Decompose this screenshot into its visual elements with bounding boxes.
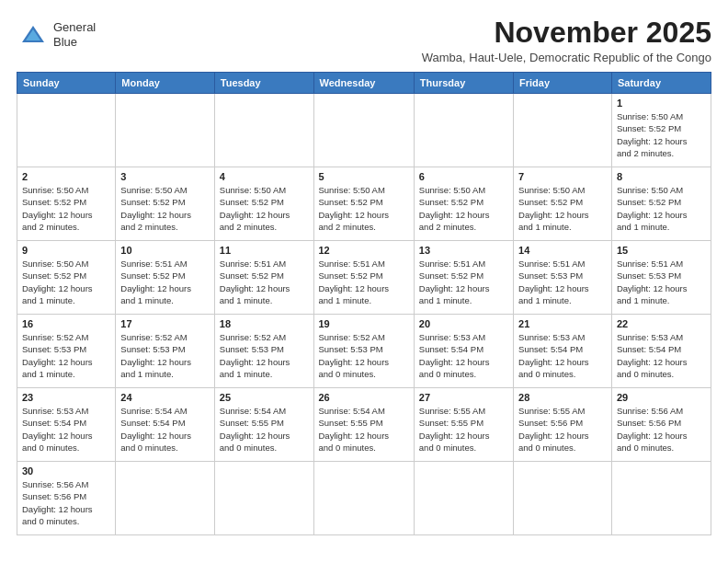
day-info: Sunrise: 5:53 AMSunset: 5:54 PMDaylight:… [518, 331, 607, 380]
calendar-cell: 2Sunrise: 5:50 AMSunset: 5:52 PMDaylight… [17, 167, 116, 241]
header-cell-friday: Friday [514, 73, 612, 94]
calendar-cell: 10Sunrise: 5:51 AMSunset: 5:52 PMDayligh… [116, 241, 214, 315]
header-cell-wednesday: Wednesday [313, 73, 414, 94]
day-number: 11 [220, 245, 309, 256]
week-row-4: 23Sunrise: 5:53 AMSunset: 5:54 PMDayligh… [17, 388, 711, 462]
day-info: Sunrise: 5:52 AMSunset: 5:53 PMDaylight:… [22, 331, 110, 380]
day-number: 4 [220, 171, 309, 182]
day-info: Sunrise: 5:51 AMSunset: 5:53 PMDaylight:… [518, 258, 607, 306]
day-number: 27 [419, 392, 508, 403]
logo-line2: Blue [53, 35, 96, 50]
logo-text: General Blue [53, 20, 96, 49]
calendar-cell: 28Sunrise: 5:55 AMSunset: 5:56 PMDayligh… [514, 388, 612, 462]
day-info: Sunrise: 5:50 AMSunset: 5:52 PMDaylight:… [419, 184, 508, 233]
calendar-cell: 24Sunrise: 5:54 AMSunset: 5:54 PMDayligh… [116, 388, 214, 462]
day-number: 10 [120, 245, 209, 256]
calendar-cell [116, 462, 214, 535]
day-info: Sunrise: 5:54 AMSunset: 5:55 PMDaylight:… [220, 405, 309, 454]
page: General Blue November 2025 Wamba, Haut-U… [0, 0, 728, 545]
calendar-cell: 23Sunrise: 5:53 AMSunset: 5:54 PMDayligh… [17, 388, 116, 462]
calendar-cell: 11Sunrise: 5:51 AMSunset: 5:52 PMDayligh… [214, 241, 313, 315]
calendar-cell: 15Sunrise: 5:51 AMSunset: 5:53 PMDayligh… [611, 241, 711, 315]
calendar-cell: 20Sunrise: 5:53 AMSunset: 5:54 PMDayligh… [414, 315, 513, 388]
day-number: 3 [120, 171, 209, 182]
day-number: 21 [518, 318, 607, 329]
week-row-2: 9Sunrise: 5:50 AMSunset: 5:52 PMDaylight… [17, 241, 711, 315]
calendar-cell: 4Sunrise: 5:50 AMSunset: 5:52 PMDaylight… [214, 167, 313, 241]
calendar-cell [17, 94, 116, 167]
header-row: SundayMondayTuesdayWednesdayThursdayFrid… [17, 73, 711, 94]
header-cell-thursday: Thursday [414, 73, 513, 94]
logo-line1: General [53, 20, 96, 35]
day-info: Sunrise: 5:50 AMSunset: 5:52 PMDaylight:… [617, 184, 706, 233]
calendar-cell [611, 462, 711, 535]
day-number: 9 [22, 245, 110, 256]
day-info: Sunrise: 5:51 AMSunset: 5:52 PMDaylight:… [419, 258, 508, 306]
header-cell-monday: Monday [116, 73, 214, 94]
calendar-table: SundayMondayTuesdayWednesdayThursdayFrid… [17, 72, 711, 535]
day-info: Sunrise: 5:50 AMSunset: 5:52 PMDaylight:… [22, 258, 110, 306]
day-info: Sunrise: 5:53 AMSunset: 5:54 PMDaylight:… [419, 331, 508, 380]
calendar-cell: 26Sunrise: 5:54 AMSunset: 5:55 PMDayligh… [313, 388, 414, 462]
calendar-cell: 22Sunrise: 5:53 AMSunset: 5:54 PMDayligh… [611, 315, 711, 388]
day-info: Sunrise: 5:51 AMSunset: 5:52 PMDaylight:… [220, 258, 309, 306]
day-info: Sunrise: 5:51 AMSunset: 5:52 PMDaylight:… [120, 258, 209, 306]
day-info: Sunrise: 5:54 AMSunset: 5:54 PMDaylight:… [120, 405, 209, 454]
calendar-cell [514, 462, 612, 535]
day-number: 6 [419, 171, 508, 182]
day-number: 15 [617, 245, 706, 256]
header: General Blue November 2025 Wamba, Haut-U… [17, 17, 711, 64]
day-info: Sunrise: 5:50 AMSunset: 5:52 PMDaylight:… [22, 184, 110, 233]
day-info: Sunrise: 5:53 AMSunset: 5:54 PMDaylight:… [617, 331, 706, 380]
calendar-cell: 25Sunrise: 5:54 AMSunset: 5:55 PMDayligh… [214, 388, 313, 462]
day-info: Sunrise: 5:50 AMSunset: 5:52 PMDaylight:… [120, 184, 209, 233]
logo-icon [17, 22, 50, 48]
calendar-cell [214, 94, 313, 167]
header-cell-sunday: Sunday [17, 73, 116, 94]
subtitle: Wamba, Haut-Uele, Democratic Republic of… [422, 51, 711, 64]
day-info: Sunrise: 5:56 AMSunset: 5:56 PMDaylight:… [617, 405, 706, 454]
title-area: November 2025 Wamba, Haut-Uele, Democrat… [422, 17, 711, 64]
calendar-cell: 16Sunrise: 5:52 AMSunset: 5:53 PMDayligh… [17, 315, 116, 388]
calendar-cell [313, 94, 414, 167]
day-info: Sunrise: 5:51 AMSunset: 5:53 PMDaylight:… [617, 258, 706, 306]
day-number: 23 [22, 392, 110, 403]
day-info: Sunrise: 5:52 AMSunset: 5:53 PMDaylight:… [319, 331, 409, 380]
calendar-cell: 19Sunrise: 5:52 AMSunset: 5:53 PMDayligh… [313, 315, 414, 388]
day-info: Sunrise: 5:55 AMSunset: 5:56 PMDaylight:… [518, 405, 607, 454]
day-number: 22 [617, 318, 706, 329]
logo: General Blue [17, 20, 96, 49]
day-number: 17 [120, 318, 209, 329]
day-number: 14 [518, 245, 607, 256]
week-row-1: 2Sunrise: 5:50 AMSunset: 5:52 PMDaylight… [17, 167, 711, 241]
day-number: 2 [22, 171, 110, 182]
calendar-cell: 5Sunrise: 5:50 AMSunset: 5:52 PMDaylight… [313, 167, 414, 241]
week-row-3: 16Sunrise: 5:52 AMSunset: 5:53 PMDayligh… [17, 315, 711, 388]
calendar-cell [214, 462, 313, 535]
calendar-cell: 6Sunrise: 5:50 AMSunset: 5:52 PMDaylight… [414, 167, 513, 241]
header-cell-saturday: Saturday [611, 73, 711, 94]
day-info: Sunrise: 5:53 AMSunset: 5:54 PMDaylight:… [22, 405, 110, 454]
day-info: Sunrise: 5:50 AMSunset: 5:52 PMDaylight:… [518, 184, 607, 233]
day-info: Sunrise: 5:50 AMSunset: 5:52 PMDaylight:… [319, 184, 409, 233]
header-cell-tuesday: Tuesday [214, 73, 313, 94]
calendar-cell: 9Sunrise: 5:50 AMSunset: 5:52 PMDaylight… [17, 241, 116, 315]
day-number: 18 [220, 318, 309, 329]
calendar-cell: 18Sunrise: 5:52 AMSunset: 5:53 PMDayligh… [214, 315, 313, 388]
day-number: 28 [518, 392, 607, 403]
day-info: Sunrise: 5:50 AMSunset: 5:52 PMDaylight:… [220, 184, 309, 233]
calendar-cell [514, 94, 612, 167]
day-number: 12 [319, 245, 409, 256]
day-info: Sunrise: 5:51 AMSunset: 5:52 PMDaylight:… [319, 258, 409, 306]
calendar-cell [313, 462, 414, 535]
calendar-cell: 7Sunrise: 5:50 AMSunset: 5:52 PMDaylight… [514, 167, 612, 241]
calendar-cell: 21Sunrise: 5:53 AMSunset: 5:54 PMDayligh… [514, 315, 612, 388]
calendar-body: 1Sunrise: 5:50 AMSunset: 5:52 PMDaylight… [17, 94, 711, 535]
day-number: 5 [319, 171, 409, 182]
day-info: Sunrise: 5:56 AMSunset: 5:56 PMDaylight:… [22, 478, 110, 527]
day-number: 19 [319, 318, 409, 329]
day-info: Sunrise: 5:54 AMSunset: 5:55 PMDaylight:… [319, 405, 409, 454]
calendar-cell: 17Sunrise: 5:52 AMSunset: 5:53 PMDayligh… [116, 315, 214, 388]
day-number: 29 [617, 392, 706, 403]
calendar-cell [116, 94, 214, 167]
